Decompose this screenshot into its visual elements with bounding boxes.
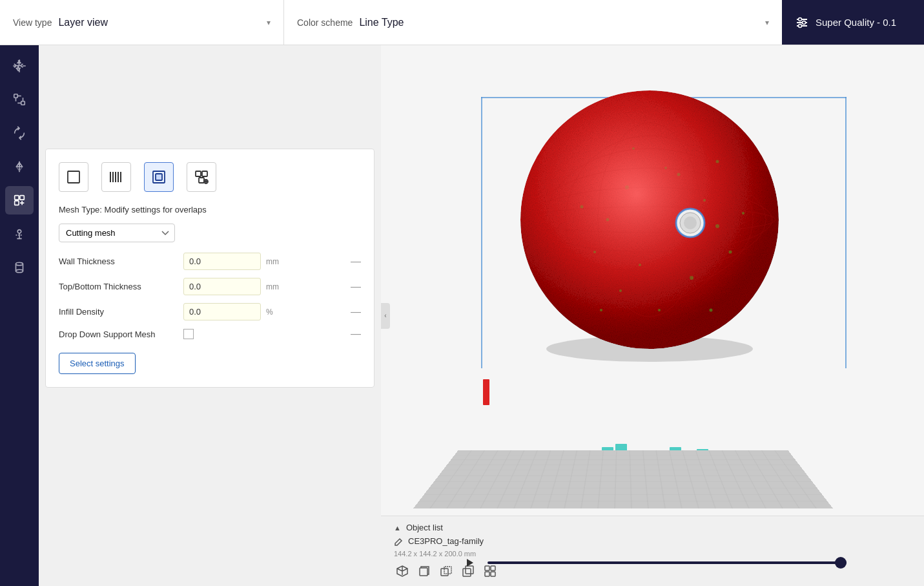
svg-marker-16: [19, 167, 23, 171]
3d-model: [511, 84, 795, 368]
color-scheme-label: Color scheme: [297, 17, 353, 28]
infill-density-unit: %: [266, 308, 285, 317]
drop-down-support-row: Drop Down Support Mesh —: [59, 328, 361, 340]
svg-point-22: [16, 269, 23, 273]
settings-lines-icon: [795, 16, 809, 30]
cutting-mesh-icon: [151, 169, 167, 185]
play-icon: [464, 557, 475, 569]
panel-area: Mesh Type: Modify settings for overlaps …: [39, 45, 381, 586]
grid-floor: [413, 450, 833, 508]
scale-icon: [12, 92, 26, 107]
color-scheme-dropdown-arrow: ▾: [765, 18, 769, 27]
top-bottom-thickness-reset[interactable]: —: [351, 281, 361, 293]
svg-point-3: [799, 17, 802, 21]
svg-rect-30: [156, 174, 162, 180]
wall-thickness-input[interactable]: [183, 253, 261, 270]
cutting-mesh-btn[interactable]: [144, 162, 174, 192]
select-settings-button[interactable]: Select settings: [59, 353, 136, 374]
grid-svg: [413, 450, 833, 508]
svg-rect-33: [199, 178, 204, 183]
play-button[interactable]: [459, 552, 480, 573]
sidebar-item-cylinder[interactable]: [5, 253, 34, 282]
svg-rect-31: [196, 171, 201, 176]
view-type-label: View type: [13, 17, 52, 28]
view-type-dropdown-arrow: ▾: [267, 18, 271, 27]
cube-icon: [396, 565, 409, 578]
sidebar-item-support[interactable]: [5, 220, 34, 248]
color-scheme-selector[interactable]: Color scheme Line Type ▾: [284, 0, 782, 45]
top-bottom-thickness-label: Top/Bottom Thickness: [59, 282, 178, 291]
svg-rect-23: [68, 171, 79, 183]
cylinder-icon: [12, 260, 26, 275]
svg-point-63: [520, 90, 779, 349]
layer-slider-thumb[interactable]: [835, 557, 847, 569]
top-bottom-thickness-unit: mm: [266, 282, 285, 291]
support-icon: [12, 227, 26, 241]
timeline-area: [459, 552, 847, 573]
wall-thickness-reset[interactable]: —: [351, 256, 361, 267]
obj-icon-cube2[interactable]: [416, 563, 433, 580]
svg-marker-14: [19, 163, 23, 167]
svg-marker-111: [467, 559, 473, 567]
view-type-selector[interactable]: View type Layer view ▾: [0, 0, 284, 45]
svg-point-5: [799, 24, 802, 27]
object-list-label: Object list: [406, 523, 443, 532]
infill-density-label: Infill Density: [59, 307, 178, 317]
anti-overhang-icon: [194, 169, 209, 185]
infill-density-row: Infill Density % —: [59, 303, 361, 320]
infill-density-input[interactable]: [183, 303, 261, 320]
cube3-icon: [440, 565, 453, 578]
rotate-icon: [12, 126, 26, 140]
mesh-dropdown-row: Cutting mesh Normal mesh Infill mesh Sup…: [59, 224, 361, 242]
object-list-chevron[interactable]: ▲: [394, 524, 401, 532]
sidebar-item-rotate[interactable]: [5, 119, 34, 147]
svg-rect-7: [21, 101, 25, 105]
panel-collapse-handle[interactable]: ‹: [381, 303, 390, 329]
infill-mesh-icon: [108, 169, 124, 185]
build-volume-line-left: [481, 97, 482, 368]
top-bottom-thickness-input[interactable]: [183, 278, 261, 295]
obj-icon-cube[interactable]: [394, 563, 411, 580]
color-scheme-value: Line Type: [359, 17, 404, 28]
wall-thickness-row: Wall Thickness mm —: [59, 253, 361, 270]
sidebar-item-mesh-tools[interactable]: [5, 186, 34, 215]
wall-thickness-unit: mm: [266, 257, 285, 266]
svg-rect-68: [413, 450, 833, 508]
edit-icon: [394, 538, 403, 547]
infill-density-reset[interactable]: —: [351, 306, 361, 318]
bottom-area: ▲ Object list CE3PRO_tag-family 144.2 x …: [381, 516, 924, 586]
svg-rect-18: [20, 196, 24, 200]
infill-mesh-btn[interactable]: [101, 162, 131, 192]
sidebar-item-mirror[interactable]: [5, 152, 34, 181]
svg-rect-102: [420, 568, 427, 576]
normal-mesh-icon: [66, 169, 81, 185]
drop-down-support-label: Drop Down Support Mesh: [59, 330, 178, 339]
x-axis-marker: [483, 379, 489, 405]
mesh-type-dropdown[interactable]: Cutting mesh Normal mesh Infill mesh Sup…: [59, 224, 175, 242]
drop-down-support-checkbox[interactable]: [183, 329, 194, 339]
svg-point-66: [684, 216, 697, 229]
top-bottom-thickness-row: Top/Bottom Thickness mm —: [59, 278, 361, 295]
svg-rect-19: [15, 201, 19, 205]
anti-overhang-btn[interactable]: [187, 162, 216, 192]
sidebar-item-move[interactable]: [5, 52, 34, 80]
mesh-type-icons: [59, 162, 361, 192]
svg-rect-32: [202, 171, 207, 176]
normal-mesh-btn[interactable]: [59, 162, 88, 192]
svg-point-20: [17, 230, 21, 234]
mesh-tools-icon: [12, 193, 26, 207]
sidebar-item-scale[interactable]: [5, 85, 34, 114]
object-list-header: ▲ Object list: [394, 523, 498, 532]
cube2-icon: [418, 565, 431, 578]
svg-point-4: [803, 21, 806, 24]
svg-rect-6: [14, 94, 18, 98]
build-volume-line-right: [845, 97, 847, 368]
quality-selector[interactable]: Super Quality - 0.1: [782, 0, 924, 45]
viewport: ▲ Object list CE3PRO_tag-family 144.2 x …: [381, 45, 924, 586]
topbar: View type Layer view ▾ Color scheme Line…: [0, 0, 924, 45]
svg-point-21: [16, 262, 23, 266]
drop-down-support-reset[interactable]: —: [351, 328, 361, 340]
left-sidebar: [0, 45, 39, 586]
obj-icon-cube3[interactable]: [438, 563, 455, 580]
layer-slider-track[interactable]: [488, 561, 847, 564]
